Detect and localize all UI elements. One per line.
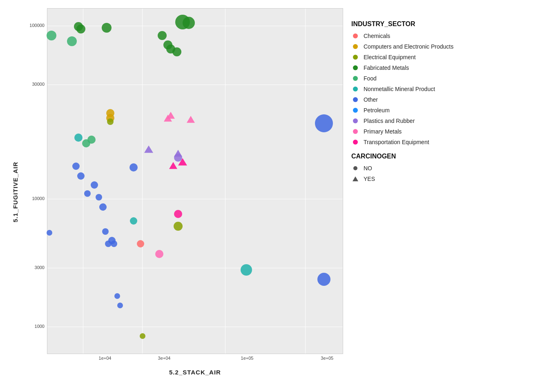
data-point-circle <box>114 293 120 299</box>
legend-industry-title: INDUSTRY_SECTOR <box>351 20 490 28</box>
data-point-circle <box>140 333 145 339</box>
legend-item: Other <box>351 96 490 104</box>
legend-color-symbol <box>351 74 359 82</box>
legend-industry-items: ChemicalsComputers and Electronic Produc… <box>351 32 490 146</box>
data-point-circle <box>117 303 123 308</box>
data-point-circle <box>102 228 109 235</box>
legend-carcinogen-item: YES <box>351 175 490 183</box>
data-point-circle <box>130 217 137 225</box>
y-axis: 100030001000030000100000 <box>25 8 47 354</box>
data-point-circle <box>99 203 107 211</box>
legend-label: Plastics and Rubber <box>364 118 415 124</box>
data-point-circle <box>129 163 138 172</box>
legend-carcinogen-label: NO <box>364 165 372 172</box>
legend-color-symbol <box>351 42 359 51</box>
chart-container: 5.1_FUGITIVE_AIR 10003000100003000010000… <box>0 0 549 392</box>
data-point-circle <box>72 163 80 170</box>
legend-color-symbol <box>351 117 359 125</box>
data-point-triangle <box>144 145 153 153</box>
x-tick-label: 3e+04 <box>158 356 171 361</box>
legend-color-symbol <box>351 96 359 104</box>
legend-label: Primary Metals <box>364 128 402 135</box>
y-axis-label-container: 5.1_FUGITIVE_AIR <box>8 8 25 376</box>
legend-color-symbol <box>351 64 359 72</box>
chart-and-xaxis: 100030001000030000100000 1e+043e+041e+05… <box>25 8 343 376</box>
legend-carcinogen-items: NOYES <box>351 164 490 183</box>
legend-color-symbol <box>351 106 359 114</box>
legend-color-symbol <box>351 127 359 136</box>
legend-label: Other <box>364 96 378 103</box>
data-point-circle <box>67 36 77 46</box>
data-point-circle <box>158 31 167 40</box>
data-point-triangle <box>169 162 177 169</box>
data-point-circle <box>183 17 195 29</box>
data-point-circle <box>137 240 144 247</box>
data-point-circle <box>77 172 85 180</box>
data-point-circle <box>174 210 182 218</box>
legend-carcinogen-label: YES <box>364 176 375 182</box>
x-tick-label: 1e+05 <box>241 356 254 361</box>
data-point-triangle <box>167 111 175 118</box>
data-point-circle <box>174 222 183 231</box>
data-point-circle <box>315 114 333 132</box>
legend-item: Electrical Equipment <box>351 53 490 61</box>
y-tick-label: 10000 <box>32 196 45 201</box>
legend-carcinogen-item: NO <box>351 164 490 172</box>
data-point-circle <box>47 230 52 236</box>
legend-label: Nonmetallic Mineral Product <box>364 86 435 92</box>
y-tick-label: 30000 <box>32 82 45 87</box>
legend-color-symbol <box>351 85 359 93</box>
data-point-circle <box>111 241 117 247</box>
legend-color-symbol <box>351 138 359 146</box>
data-point-circle <box>96 194 102 200</box>
legend-area: INDUSTRY_SECTOR ChemicalsComputers and E… <box>343 8 498 198</box>
legend-color-symbol <box>351 32 359 40</box>
x-axis: 1e+043e+041e+053e+05 <box>69 354 343 366</box>
legend-label: Food <box>364 75 377 82</box>
data-point-circle <box>91 181 98 189</box>
data-point-circle <box>47 31 56 40</box>
legend-label: Electrical Equipment <box>364 54 416 60</box>
legend-item: Plastics and Rubber <box>351 117 490 125</box>
legend-shape-symbol <box>351 175 359 183</box>
data-point-triangle <box>178 158 187 165</box>
data-point-circle <box>107 118 114 125</box>
legend-label: Transportation Equipment <box>364 139 429 145</box>
data-point-circle <box>155 250 163 258</box>
y-tick-label: 100000 <box>29 23 45 28</box>
data-point-circle <box>102 23 112 33</box>
legend-carcinogen-title: CARCINOGEN <box>351 153 490 160</box>
legend-label: Petroleum <box>364 107 390 114</box>
y-tick-label: 3000 <box>35 265 45 270</box>
y-tick-label: 1000 <box>35 324 45 329</box>
legend-color-symbol <box>351 53 359 61</box>
legend-item: Nonmetallic Mineral Product <box>351 85 490 93</box>
legend-item: Petroleum <box>351 106 490 114</box>
data-point-circle <box>87 136 96 144</box>
legend-label: Computers and Electronic Products <box>364 43 453 50</box>
x-axis-title: 5.2_STACK_AIR <box>47 369 343 376</box>
legend-item: Computers and Electronic Products <box>351 42 490 51</box>
legend-item: Food <box>351 74 490 82</box>
legend-item: Transportation Equipment <box>351 138 490 146</box>
plot-area: 5.1_FUGITIVE_AIR 10003000100003000010000… <box>8 8 343 376</box>
data-point-circle <box>76 24 85 33</box>
data-point-circle <box>241 264 252 276</box>
legend-label: Fabricated Metals <box>364 65 409 71</box>
chart-body <box>47 8 343 354</box>
data-point-circle <box>74 134 83 142</box>
data-point-triangle <box>187 116 195 123</box>
data-point-circle <box>317 273 330 286</box>
legend-label: Chemicals <box>364 33 390 39</box>
legend-item: Primary Metals <box>351 127 490 136</box>
x-tick-label: 3e+05 <box>321 356 333 361</box>
legend-item: Fabricated Metals <box>351 64 490 72</box>
x-tick-label: 1e+04 <box>99 356 112 361</box>
legend-item: Chemicals <box>351 32 490 40</box>
data-point-circle <box>172 47 181 56</box>
legend-shape-symbol <box>351 164 359 172</box>
data-point-circle <box>84 190 91 197</box>
y-axis-title: 5.1_FUGITIVE_AIR <box>12 162 19 223</box>
